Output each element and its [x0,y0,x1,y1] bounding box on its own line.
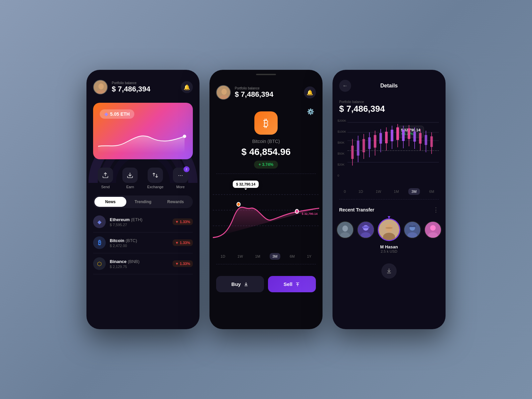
svg-rect-48 [425,135,427,145]
btc-price-main: $ 46,854.96 [241,147,291,157]
buy-button[interactable]: Buy [216,276,264,292]
y-100k: $100K [337,130,346,133]
earn-button[interactable]: Earn [122,168,138,189]
avatar-inner-2 [358,222,374,238]
send-label: Send [101,185,110,189]
eth-symbol: ◆ [104,111,108,117]
eth-badge: ◆ 5.05 ETH [100,109,134,119]
send-button[interactable]: Send [98,168,113,189]
notification-button[interactable]: 🔔 [181,81,193,93]
btc-price: $ 2,472.00 [110,244,169,248]
eth-change: ▼ 1.33% [173,218,193,225]
time-6m[interactable]: 6M [287,253,297,260]
y-200k: $200K [337,119,346,122]
svg-rect-34 [385,132,388,143]
coin-row-eth[interactable]: ◆ Ethereum (ETH) $ 7,595.27 ▼ 1.33% [93,211,193,232]
coin-row-btc[interactable]: ₿ Bitcoin (BTC) $ 2,472.00 ▼ 1.33% [93,232,193,253]
eth-name: Ethereum (ETH) [110,217,169,222]
buy-label: Buy [231,281,241,287]
more-button[interactable]: 2 ··· More [173,168,188,189]
svg-rect-28 [368,137,371,149]
selected-amount: 2.5 k USD [339,249,439,253]
btc-chart: $ 32,790.14 $ 32,790.14 [213,179,319,245]
time-3m[interactable]: 3M [270,253,280,260]
btc-info: Bitcoin (BTC) $ 2,472.00 [110,238,169,248]
transfer-avatar-4[interactable] [404,221,421,238]
phone-1: Portfolio balance $ 7,486,394 🔔 ◆ 5.05 E… [86,70,200,329]
avatar [93,80,108,94]
time3-6m[interactable]: 6M [426,188,438,195]
svg-point-7 [221,89,227,95]
y-50k: $50K [337,152,346,155]
time3-1w[interactable]: 1W [372,188,385,195]
time-1d[interactable]: 1D [218,253,228,260]
avatar-2 [216,85,231,100]
more-options-button[interactable]: ⋮ [433,206,439,213]
svg-rect-26 [362,139,365,152]
transfer-action-button[interactable] [381,263,397,279]
btc-icon: ₿ [93,236,106,249]
avatar-inner-3 [379,219,399,240]
more-icon: 2 ··· [173,168,188,183]
btc-name: Bitcoin (BTC) [110,238,169,243]
btc-name-label: Bitcoin (BTC) [252,139,280,144]
phone3-balance-amount: $ 7,486,394 [339,104,439,114]
time-1y[interactable]: 1Y [304,253,314,260]
btc-center: ⚙️ ₿ Bitcoin (BTC) $ 46,854.96 + 3.74% [209,105,323,172]
phone3-balance-label: Portfolio balance [339,100,439,104]
transfer-avatar-5[interactable] [424,221,442,238]
avatar-inner-5 [425,222,441,238]
coin-row-bnb[interactable]: ⬡ Binance (BNB) $ 2,129.75 ▼ 1.33% [93,253,193,274]
btc-logo: ₿ [254,111,278,135]
time3-1m[interactable]: 1M [390,188,402,195]
tab-row: News Trending Rewards [93,196,193,208]
phone-2: Portfolio balance $ 7,486,394 🔔 ⚙️ ₿ Bit… [209,70,323,329]
btc-change-badge: + 3.74% [254,161,278,169]
tab-rewards[interactable]: Rewards [160,197,192,207]
sell-button[interactable]: Sell [268,276,316,292]
svg-point-68 [430,225,436,231]
transfer-avatar-1[interactable] [336,221,354,238]
tab-trending[interactable]: Trending [127,197,159,207]
balance-label: Portfolio balance [112,81,181,85]
transfer-avatar-2[interactable] [357,221,374,238]
back-button[interactable]: ← [339,80,351,92]
phone3-balance: Portfolio balance $ 7,486,394 [332,97,446,119]
phone2-balance-info: Portfolio balance $ 7,486,394 [235,86,304,99]
svg-rect-57 [362,226,369,228]
rt-divider [339,199,439,200]
chart-tooltip: $ 32,790.14 [233,181,259,188]
selected-name: M Hasan [339,244,439,249]
time-1w[interactable]: 1W [235,253,246,260]
svg-rect-30 [374,135,376,148]
transfer-button-area [332,263,446,285]
avatar-inner-1 [337,222,353,238]
svg-rect-46 [419,133,422,144]
phone3-header: ← Details [332,70,446,97]
more-badge: 2 [184,166,190,172]
svg-rect-36 [391,130,393,141]
eth-chart [98,126,188,154]
exchange-icon [148,168,163,183]
settings-button[interactable]: ⚙️ [305,106,316,117]
time3-3m[interactable]: 3M [408,188,420,195]
svg-point-61 [383,233,395,241]
time-1m[interactable]: 1M [252,253,263,260]
time-tabs: 1D 1W 1M 3M 6M 1Y [209,250,323,262]
sell-label: Sell [284,281,293,287]
svg-point-12 [237,202,240,206]
exchange-label: Exchange [147,185,164,189]
time3-0[interactable]: 0 [340,188,349,195]
bnb-price: $ 2,129.75 [110,265,169,269]
action-row: Send Earn Exchange 2 ··· More [86,163,200,192]
details-title: Details [380,83,398,89]
phone2-notification-button[interactable]: 🔔 [304,86,316,98]
earn-icon [122,168,138,183]
coin-list: ◆ Ethereum (ETH) $ 7,595.27 ▼ 1.33% ₿ Bi… [86,211,200,274]
transfer-avatar-selected[interactable] [378,218,400,241]
tab-news[interactable]: News [94,197,126,207]
buy-sell-row: Buy Sell [209,271,323,297]
rt-header: Recent Transfer ⋮ [339,206,439,213]
time3-1d[interactable]: 1D [355,188,366,195]
exchange-button[interactable]: Exchange [147,168,164,189]
